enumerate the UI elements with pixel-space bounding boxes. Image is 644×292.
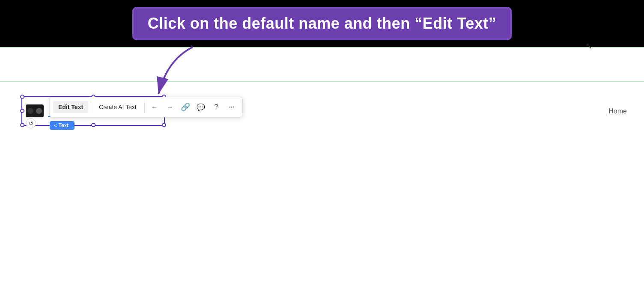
logo-icon — [26, 104, 44, 117]
toolbar-divider-2 — [144, 101, 145, 113]
create-ai-text-button[interactable]: Create AI Text — [94, 101, 142, 113]
toolbar-divider-1 — [91, 101, 91, 113]
sel-handle-bm — [91, 123, 95, 127]
sel-handle-lm — [20, 109, 24, 113]
instruction-banner: Click on the default name and then “Edit… — [132, 7, 512, 40]
more-button[interactable]: ··· — [224, 100, 239, 114]
text-badge[interactable]: Text — [50, 121, 75, 130]
forward-button[interactable]: → — [163, 100, 177, 114]
undo-button[interactable]: ↺ — [26, 118, 36, 128]
site-header: ↺ Home — [0, 47, 644, 81]
canvas-top-border — [0, 47, 644, 48]
help-button[interactable]: ? — [209, 100, 224, 114]
instruction-bar: Click on the default name and then “Edit… — [0, 0, 644, 47]
sel-handle-br — [162, 123, 166, 127]
back-button[interactable]: ← — [147, 100, 162, 114]
canvas-bottom-border — [0, 81, 644, 82]
nav-home-link[interactable]: Home — [608, 94, 627, 128]
comment-button[interactable]: 💬 — [194, 100, 208, 114]
sel-handle-bl — [20, 123, 24, 127]
main-canvas — [0, 47, 644, 292]
link-button[interactable]: 🔗 — [178, 100, 193, 114]
instruction-text: Click on the default name and then “Edit… — [148, 15, 496, 32]
sel-handle-tl — [20, 95, 24, 99]
edit-text-button[interactable]: Edit Text — [53, 101, 88, 113]
context-toolbar: Edit Text Create AI Text ← → 🔗 💬 ? ··· — [49, 97, 243, 117]
